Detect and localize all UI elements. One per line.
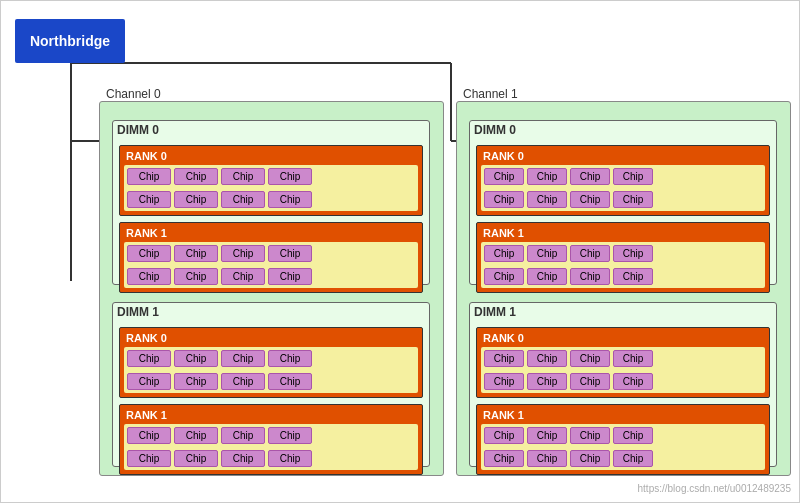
- ch0-dimm0-rank0-chips: Chip Chip Chip Chip Chip Chip Chip Chip: [124, 165, 418, 211]
- chip: Chip: [570, 191, 610, 208]
- ch1-dimm0-rank1-chips: Chip Chip Chip Chip Chip Chip Chip Chip: [481, 242, 765, 288]
- chip: Chip: [127, 168, 171, 185]
- chip: Chip: [174, 268, 218, 285]
- ch0-dimm0-rank1-label: RANK 1: [124, 227, 418, 239]
- chip-row: Chip Chip Chip Chip: [127, 168, 415, 185]
- chip: Chip: [570, 450, 610, 467]
- chip: Chip: [527, 350, 567, 367]
- chip: Chip: [221, 168, 265, 185]
- chip: Chip: [174, 373, 218, 390]
- chip: Chip: [613, 350, 653, 367]
- ch0-dimm1-rank0-label: RANK 0: [124, 332, 418, 344]
- chip: Chip: [484, 245, 524, 262]
- chip: Chip: [221, 245, 265, 262]
- ch1-dimm1-rank0-chips: Chip Chip Chip Chip Chip Chip Chip Chip: [481, 347, 765, 393]
- chip: Chip: [221, 373, 265, 390]
- ch1-dimm1-rank0: RANK 0 Chip Chip Chip Chip Chip Chip Chi…: [476, 327, 770, 398]
- channel-1-label: Channel 1: [463, 87, 518, 101]
- ch1-dimm0-rank1: RANK 1 Chip Chip Chip Chip Chip Chip Chi…: [476, 222, 770, 293]
- chip: Chip: [268, 168, 312, 185]
- ch0-dimm1-label: DIMM 1: [113, 303, 429, 321]
- ch0-dimm0-label: DIMM 0: [113, 121, 429, 139]
- ch1-dimm0-rank0-label: RANK 0: [481, 150, 765, 162]
- ch0-dimm0: DIMM 0 RANK 0 Chip Chip Chip Chip Chip C…: [112, 120, 430, 285]
- chip: Chip: [570, 373, 610, 390]
- chip: Chip: [527, 168, 567, 185]
- chip: Chip: [484, 350, 524, 367]
- ch1-dimm1: DIMM 1 RANK 0 Chip Chip Chip Chip Chip C…: [469, 302, 777, 467]
- ch1-dimm0: DIMM 0 RANK 0 Chip Chip Chip Chip Chip C…: [469, 120, 777, 285]
- chip: Chip: [613, 450, 653, 467]
- chip: Chip: [570, 245, 610, 262]
- chip: Chip: [127, 373, 171, 390]
- chip: Chip: [174, 245, 218, 262]
- chip: Chip: [221, 268, 265, 285]
- chip-row: Chip Chip Chip Chip: [484, 450, 762, 467]
- ch1-dimm1-label: DIMM 1: [470, 303, 776, 321]
- ch0-dimm0-rank0-label: RANK 0: [124, 150, 418, 162]
- chip-row: Chip Chip Chip Chip: [127, 268, 415, 285]
- chip: Chip: [127, 268, 171, 285]
- chip: Chip: [527, 191, 567, 208]
- chip: Chip: [221, 350, 265, 367]
- chip: Chip: [268, 350, 312, 367]
- channel-0-label: Channel 0: [106, 87, 161, 101]
- ch0-dimm1-rank1: RANK 1 Chip Chip Chip Chip Chip Chip Chi…: [119, 404, 423, 475]
- chip: Chip: [570, 350, 610, 367]
- chip: Chip: [484, 427, 524, 444]
- chip: Chip: [570, 268, 610, 285]
- chip: Chip: [570, 427, 610, 444]
- chip: Chip: [127, 450, 171, 467]
- chip: Chip: [484, 191, 524, 208]
- chip-row: Chip Chip Chip Chip: [484, 168, 762, 185]
- chip: Chip: [570, 168, 610, 185]
- chip-row: Chip Chip Chip Chip: [127, 350, 415, 367]
- chip: Chip: [221, 427, 265, 444]
- chip: Chip: [221, 191, 265, 208]
- chip-row: Chip Chip Chip Chip: [484, 268, 762, 285]
- ch0-dimm1-rank0: RANK 0 Chip Chip Chip Chip Chip Chip Chi…: [119, 327, 423, 398]
- ch1-dimm0-rank0-chips: Chip Chip Chip Chip Chip Chip Chip Chip: [481, 165, 765, 211]
- chip: Chip: [613, 245, 653, 262]
- northbridge-label: Northbridge: [30, 33, 110, 49]
- chip: Chip: [268, 268, 312, 285]
- watermark: https://blog.csdn.net/u0012489235: [638, 483, 791, 494]
- chip: Chip: [527, 268, 567, 285]
- chip: Chip: [527, 373, 567, 390]
- ch0-dimm0-rank1: RANK 1 Chip Chip Chip Chip Chip Chip Chi…: [119, 222, 423, 293]
- chip-row: Chip Chip Chip Chip: [127, 373, 415, 390]
- chip-row: Chip Chip Chip Chip: [484, 350, 762, 367]
- ch0-dimm1-rank1-chips: Chip Chip Chip Chip Chip Chip Chip Chip: [124, 424, 418, 470]
- chip: Chip: [174, 450, 218, 467]
- chip: Chip: [221, 450, 265, 467]
- chip: Chip: [174, 427, 218, 444]
- chip: Chip: [174, 350, 218, 367]
- chip-row: Chip Chip Chip Chip: [127, 427, 415, 444]
- chip: Chip: [484, 168, 524, 185]
- chip-row: Chip Chip Chip Chip: [484, 191, 762, 208]
- chip: Chip: [613, 168, 653, 185]
- chip: Chip: [127, 191, 171, 208]
- ch1-dimm1-rank1: RANK 1 Chip Chip Chip Chip Chip Chip Chi…: [476, 404, 770, 475]
- ch1-dimm0-rank1-label: RANK 1: [481, 227, 765, 239]
- channel-1-container: DIMM 0 RANK 0 Chip Chip Chip Chip Chip C…: [456, 101, 791, 476]
- chip-row: Chip Chip Chip Chip: [484, 245, 762, 262]
- ch1-dimm0-rank0: RANK 0 Chip Chip Chip Chip Chip Chip Chi…: [476, 145, 770, 216]
- chip: Chip: [484, 373, 524, 390]
- chip-row: Chip Chip Chip Chip: [127, 450, 415, 467]
- chip: Chip: [613, 268, 653, 285]
- chip: Chip: [127, 427, 171, 444]
- chip: Chip: [613, 191, 653, 208]
- chip-row: Chip Chip Chip Chip: [127, 191, 415, 208]
- ch1-dimm0-label: DIMM 0: [470, 121, 776, 139]
- chip: Chip: [527, 427, 567, 444]
- chip: Chip: [174, 191, 218, 208]
- channel-0-container: DIMM 0 RANK 0 Chip Chip Chip Chip Chip C…: [99, 101, 444, 476]
- page-container: Northbridge Channel 0 Channel 1 DIMM 0 R…: [0, 0, 800, 503]
- ch0-dimm1: DIMM 1 RANK 0 Chip Chip Chip Chip Chip C…: [112, 302, 430, 467]
- chip: Chip: [268, 450, 312, 467]
- ch0-dimm1-rank1-label: RANK 1: [124, 409, 418, 421]
- chip: Chip: [613, 427, 653, 444]
- chip: Chip: [527, 450, 567, 467]
- chip: Chip: [127, 350, 171, 367]
